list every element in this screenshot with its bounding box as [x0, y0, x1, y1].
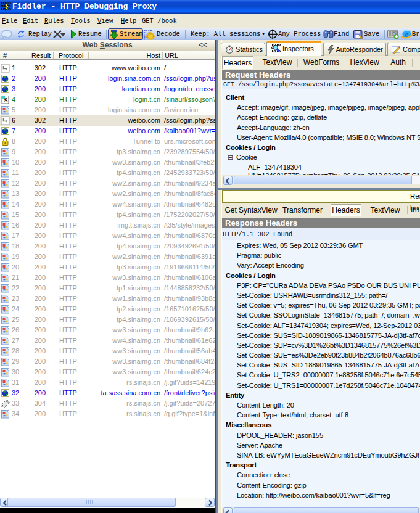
svg-text:S: S: [4, 96, 7, 104]
